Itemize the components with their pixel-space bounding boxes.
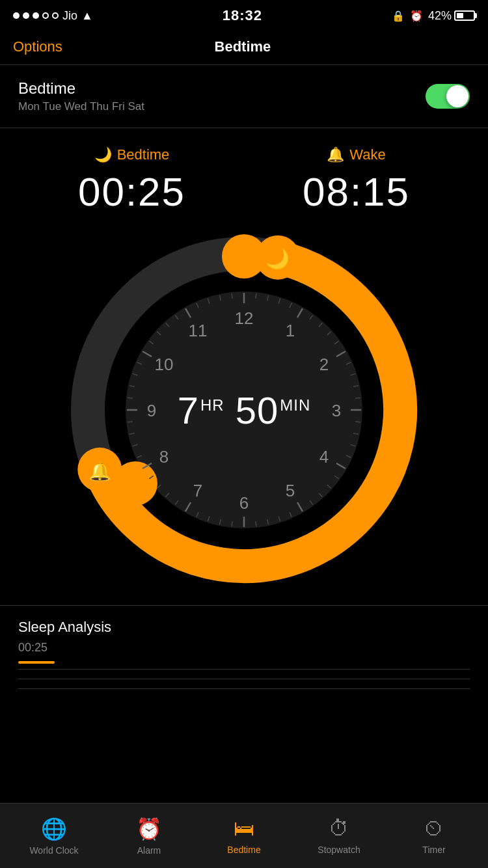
tab-bar: 🌐 World Clock ⏰ Alarm 🛏 Bedtime ⏱ Stopwa…: [0, 803, 488, 868]
analysis-lines: [18, 669, 470, 689]
carrier-label: Jio: [62, 9, 77, 23]
svg-text:12: 12: [235, 308, 254, 328]
svg-line-18: [355, 422, 360, 422]
battery-fill: [457, 13, 463, 18]
options-button[interactable]: Options: [13, 38, 62, 55]
clock-wrapper[interactable]: generate ticks 1212345678: [62, 228, 426, 592]
bedtime-time-block[interactable]: 🌙 Bedtime 00:25: [78, 146, 185, 215]
svg-text:2: 2: [319, 355, 329, 374]
alarm-status-icon: ⏰: [410, 10, 423, 22]
sleep-minutes: 50: [236, 389, 279, 431]
bedtime-days: Mon Tue Wed Thu Fri Sat: [18, 100, 144, 113]
bedtime-info: Bedtime Mon Tue Wed Thu Fri Sat: [18, 79, 144, 113]
wake-time-block[interactable]: 🔔 Wake 08:15: [303, 146, 410, 215]
tab-item-world-clock[interactable]: 🌐 World Clock: [7, 817, 102, 856]
analysis-bar-container: [18, 661, 470, 664]
bedtime-time-label: 🌙 Bedtime: [78, 146, 185, 163]
moon-icon: 🌙: [94, 146, 112, 163]
svg-text:4: 4: [319, 447, 329, 467]
clock-section: generate ticks 1212345678: [0, 221, 488, 605]
alarm-icon: ⏰: [136, 817, 162, 841]
stopwatch-label: Stopwatch: [318, 845, 360, 855]
analysis-line-2: [18, 679, 470, 679]
bedtime-tab-label: Bedtime: [227, 845, 260, 855]
bell-icon: 🔔: [327, 146, 344, 163]
svg-text:10: 10: [155, 355, 174, 374]
status-left: Jio ▲: [13, 9, 93, 23]
toggle-knob: [446, 85, 468, 107]
wake-time-label: 🔔 Wake: [303, 146, 410, 163]
analysis-time: 00:25: [18, 641, 470, 655]
sleep-duration: 7HR 50MIN: [178, 388, 311, 432]
status-time: 18:32: [223, 7, 262, 24]
svg-text:🔔: 🔔: [88, 461, 111, 482]
hr-label: HR: [200, 396, 224, 413]
svg-text:6: 6: [239, 493, 249, 513]
sleep-hours: 7: [178, 389, 199, 431]
analysis-title: Sleep Analysis: [18, 619, 470, 636]
lock-icon: 🔒: [392, 10, 405, 22]
bedtime-tab-icon: 🛏: [234, 817, 254, 841]
battery-container: 42%: [428, 9, 475, 23]
alarm-label: Alarm: [137, 845, 161, 856]
min-label: MIN: [280, 396, 310, 413]
battery-percent: 42%: [428, 9, 452, 23]
status-bar: Jio ▲ 18:32 🔒 ⏰ 42%: [0, 0, 488, 29]
svg-text:7: 7: [193, 481, 202, 500]
bedtime-time-value: 00:25: [78, 169, 185, 215]
tab-item-bedtime[interactable]: 🛏 Bedtime: [197, 817, 291, 855]
svg-line-61: [232, 293, 232, 299]
analysis-bar: [18, 661, 55, 664]
svg-line-31: [256, 521, 256, 526]
svg-text:5: 5: [286, 481, 295, 500]
analysis-line-3: [18, 688, 470, 689]
battery-icon: [454, 10, 475, 21]
svg-text:1: 1: [286, 321, 295, 340]
tab-item-alarm[interactable]: ⏰ Alarm: [102, 817, 197, 856]
bedtime-main-label: Bedtime: [18, 79, 144, 98]
status-right: 🔒 ⏰ 42%: [392, 9, 475, 23]
sleep-analysis: Sleep Analysis 00:25: [0, 605, 488, 705]
analysis-line-1: [18, 669, 470, 670]
bedtime-toggle[interactable]: [426, 84, 470, 109]
nav-bar: Options Bedtime: [0, 29, 488, 65]
svg-line-16: [355, 398, 360, 398]
tab-item-timer[interactable]: ⏲ Timer: [386, 817, 481, 855]
bedtime-toggle-row: Bedtime Mon Tue Wed Thu Fri Sat: [0, 65, 488, 128]
tab-item-stopwatch[interactable]: ⏱ Stopwatch: [291, 817, 386, 855]
nav-title: Bedtime: [215, 38, 271, 55]
signal-dots: [13, 12, 59, 19]
svg-text:9: 9: [147, 401, 156, 420]
wifi-icon: ▲: [81, 9, 93, 23]
stopwatch-icon: ⏱: [329, 817, 349, 841]
wake-time-value: 08:15: [303, 169, 410, 215]
svg-text:11: 11: [189, 321, 208, 340]
world-clock-label: World Clock: [29, 845, 78, 856]
svg-text:8: 8: [159, 447, 169, 467]
times-section: 🌙 Bedtime 00:25 🔔 Wake 08:15: [0, 128, 488, 221]
svg-line-33: [232, 521, 232, 526]
timer-label: Timer: [422, 845, 445, 855]
svg-line-46: [128, 422, 133, 422]
svg-line-48: [128, 398, 133, 398]
timer-icon: ⏲: [424, 817, 444, 841]
svg-text:3: 3: [332, 401, 341, 420]
svg-line-3: [256, 293, 256, 299]
world-clock-icon: 🌐: [41, 817, 67, 841]
svg-text:🌙: 🌙: [265, 247, 290, 271]
